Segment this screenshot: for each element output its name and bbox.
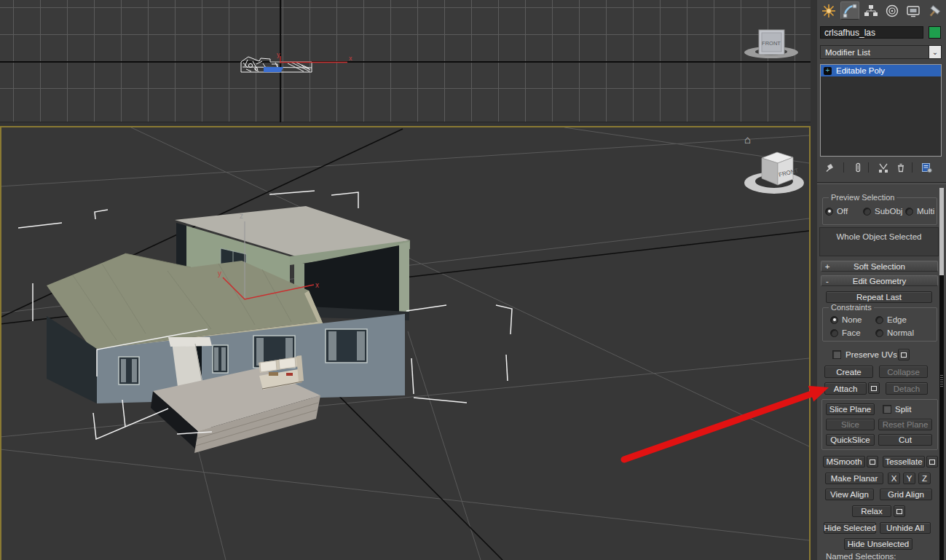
- repeat-last-button[interactable]: Repeat Last: [826, 291, 932, 303]
- chevron-down-icon[interactable]: ⌄: [929, 46, 941, 58]
- viewport-perspective[interactable]: y x z FRONT ⌂: [0, 126, 811, 560]
- front-view-overlay: y x FRONT: [0, 0, 811, 122]
- wireframe-blue-face: [264, 67, 283, 72]
- axis-x-label: x: [315, 281, 319, 289]
- command-panel-tabs: [819, 1, 944, 21]
- slice-plane-button[interactable]: Slice Plane: [826, 403, 875, 415]
- hide-unselected-button[interactable]: Hide Unselected: [844, 538, 913, 550]
- modify-icon: [843, 4, 857, 18]
- quickslice-button[interactable]: QuickSlice: [826, 434, 875, 446]
- msmooth-button[interactable]: MSmooth: [823, 456, 865, 468]
- tessellate-settings-button[interactable]: [926, 456, 938, 468]
- make-planar-x-button[interactable]: X: [888, 473, 900, 484]
- panel-separator: [817, 182, 946, 184]
- modify-tab[interactable]: [840, 1, 859, 20]
- constraints-title: Constraints: [829, 303, 874, 312]
- viewcube-front-view[interactable]: FRONT: [744, 30, 798, 58]
- configure-modifier-sets-icon[interactable]: [921, 162, 932, 173]
- modifier-stack[interactable]: + Editable Poly: [820, 64, 942, 157]
- axis-x-label: x: [349, 55, 352, 62]
- viewcube-perspective[interactable]: FRONT ⌂: [744, 133, 804, 194]
- modifier-lightbulb-icon[interactable]: +: [824, 67, 832, 75]
- attach-button[interactable]: Attach: [824, 382, 867, 395]
- toolbar-divider: [868, 162, 869, 173]
- radio-label: Multi: [917, 207, 934, 216]
- viewcube-front-label: FRONT: [762, 40, 781, 47]
- view-align-button[interactable]: View Align: [825, 489, 874, 500]
- expand-icon[interactable]: +: [821, 262, 833, 271]
- create-button[interactable]: Create: [824, 366, 873, 378]
- split-checkbox[interactable]: [883, 405, 891, 414]
- command-panel: Modifier List ⌄ + Editable Poly Preview …: [817, 0, 946, 560]
- radio-label: SubObj: [875, 207, 902, 216]
- rollout-title: Edit Geometry: [833, 277, 926, 285]
- hierarchy-tab[interactable]: [862, 1, 880, 20]
- radio-label: None: [842, 315, 862, 324]
- reset-plane-button[interactable]: Reset Plane: [878, 419, 932, 430]
- utilities-icon: [927, 4, 942, 18]
- edit-geometry-rollout[interactable]: - Edit Geometry: [821, 275, 938, 286]
- create-tab[interactable]: [819, 1, 838, 20]
- show-end-result-icon[interactable]: [852, 162, 864, 173]
- preserve-uvs-checkbox[interactable]: [832, 350, 841, 359]
- attach-settings-button[interactable]: [868, 382, 880, 394]
- collapse-button[interactable]: Collapse: [879, 366, 928, 378]
- preserve-uvs-label: Preserve UVs: [846, 350, 897, 359]
- axis-z-label: z: [240, 212, 243, 220]
- preview-selection-title: Preview Selection: [829, 193, 896, 202]
- stack-item-editable-poly[interactable]: + Editable Poly: [821, 65, 941, 76]
- modifier-list-label: Modifier List: [821, 48, 929, 57]
- radio-constraint-edge[interactable]: Edge: [875, 315, 907, 324]
- display-tab[interactable]: [904, 1, 923, 20]
- pin-stack-icon[interactable]: [824, 162, 836, 173]
- make-planar-button[interactable]: Make Planar: [825, 473, 883, 484]
- utilities-tab[interactable]: [925, 1, 944, 20]
- slice-button[interactable]: Slice: [826, 419, 875, 430]
- panel-scrollbar-grip: [940, 375, 943, 387]
- radio-constraint-normal[interactable]: Normal: [875, 328, 914, 337]
- detach-button[interactable]: Detach: [886, 382, 928, 395]
- named-selections-label: Named Selections:: [826, 552, 896, 560]
- collapse-icon[interactable]: -: [821, 277, 833, 285]
- axis-y-label: y: [277, 51, 280, 58]
- motion-icon: [885, 4, 899, 18]
- soft-selection-rollout[interactable]: + Soft Selection: [821, 261, 938, 272]
- create-icon: [821, 4, 836, 18]
- relax-button[interactable]: Relax: [852, 505, 891, 517]
- relax-settings-button[interactable]: [894, 505, 905, 517]
- perspective-scene: y x z FRONT ⌂: [1, 127, 809, 560]
- msmooth-settings-button[interactable]: [867, 456, 878, 468]
- radio-preview-multi[interactable]: Multi: [905, 207, 934, 216]
- house-model[interactable]: [47, 206, 410, 453]
- panel-scrollbar-thumb[interactable]: [939, 188, 944, 275]
- make-planar-z-button[interactable]: Z: [918, 473, 931, 484]
- motion-tab[interactable]: [883, 1, 902, 20]
- radio-label: Face: [842, 328, 861, 337]
- toolbar-divider: [843, 162, 844, 173]
- remove-modifier-icon[interactable]: [895, 162, 907, 173]
- radio-label: Edge: [887, 315, 907, 324]
- modifier-list-dropdown[interactable]: Modifier List ⌄: [820, 45, 942, 59]
- radio-preview-off[interactable]: Off: [825, 207, 848, 216]
- object-name-input[interactable]: [820, 26, 923, 39]
- make-planar-y-button[interactable]: Y: [903, 473, 915, 484]
- tessellate-button[interactable]: Tessellate: [883, 456, 925, 468]
- rollout-title: Soft Selection: [833, 262, 926, 271]
- viewcube-home-icon[interactable]: ⌂: [744, 133, 751, 146]
- selection-status-box: Whole Object Selected: [819, 227, 939, 256]
- radio-constraint-none[interactable]: None: [830, 315, 862, 324]
- hide-selected-button[interactable]: Hide Selected: [824, 522, 876, 534]
- grid-align-button[interactable]: Grid Align: [880, 489, 932, 500]
- make-unique-icon[interactable]: [878, 162, 889, 173]
- preserve-uvs-settings-button[interactable]: [898, 349, 910, 360]
- viewport-front[interactable]: y x FRONT: [0, 0, 811, 122]
- object-color-swatch[interactable]: [929, 26, 941, 39]
- cut-button[interactable]: Cut: [878, 434, 932, 446]
- radio-preview-subobj[interactable]: SubObj: [863, 207, 902, 216]
- axis-y-label: y: [218, 269, 221, 277]
- toolbar-divider: [912, 162, 913, 173]
- radio-constraint-face[interactable]: Face: [830, 328, 861, 337]
- unhide-all-button[interactable]: Unhide All: [880, 522, 931, 534]
- hierarchy-icon: [864, 4, 878, 18]
- transform-gizmo-front: y x: [277, 51, 352, 63]
